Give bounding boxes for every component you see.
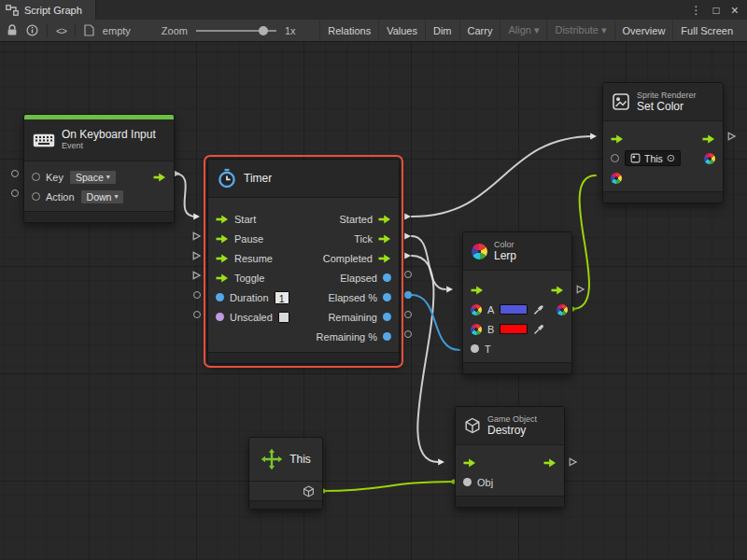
- values-button[interactable]: Values: [378, 20, 425, 41]
- obj-input-port[interactable]: [463, 478, 472, 486]
- lerp-flow-in-marker[interactable]: [445, 285, 454, 294]
- fullscreen-button[interactable]: Full Screen: [672, 20, 740, 41]
- target-input-port[interactable]: [611, 154, 619, 162]
- node-timer[interactable]: Timer Start Started Pause Tick Resume Co…: [207, 159, 400, 364]
- wire-this-to-destroy-obj[interactable]: [323, 482, 454, 491]
- timer-remaining-marker[interactable]: [404, 311, 412, 318]
- setcolor-flow-in-marker[interactable]: [589, 132, 598, 141]
- move-icon: [261, 448, 283, 470]
- timer-start-marker[interactable]: [192, 212, 201, 221]
- wire-completed-to-destroy[interactable]: [412, 256, 438, 462]
- timer-started-marker[interactable]: [403, 212, 412, 221]
- timer-elapsedpct-marker[interactable]: [404, 291, 412, 299]
- flow-in-port[interactable]: [471, 286, 484, 295]
- timer-tick-marker[interactable]: [403, 231, 412, 241]
- action-port-marker[interactable]: [11, 189, 19, 197]
- toolbar-buttons: Relations Values Dim Carry Align ▾ Distr…: [319, 20, 740, 41]
- timer-pause-marker[interactable]: [192, 231, 201, 241]
- align-button[interactable]: Align ▾: [500, 20, 546, 41]
- tab-script-graph[interactable]: Script Graph: [0, 0, 96, 20]
- started-flow-port[interactable]: [378, 215, 391, 224]
- zoom-slider-handle[interactable]: [259, 26, 268, 35]
- wire-keyboard-to-timer-start[interactable]: [175, 174, 196, 217]
- duration-field[interactable]: 1: [275, 291, 289, 304]
- timer-toggle-marker[interactable]: [192, 271, 201, 280]
- pause-flow-port[interactable]: [216, 234, 229, 244]
- wire-tick-to-lerp[interactable]: [412, 236, 445, 289]
- key-dropdown[interactable]: Space ▾: [69, 170, 117, 185]
- remaining-value-port[interactable]: [383, 313, 391, 321]
- info-icon[interactable]: [26, 24, 38, 36]
- lock-icon[interactable]: [7, 24, 18, 36]
- color-input-port[interactable]: [611, 173, 622, 184]
- color-output-port[interactable]: [704, 153, 715, 164]
- carry-button[interactable]: Carry: [459, 20, 500, 41]
- gameobject-output-port[interactable]: [303, 485, 315, 497]
- target-value: This: [644, 153, 663, 164]
- node-set-color[interactable]: Sprite Renderer Set Color: [602, 82, 724, 203]
- key-port-marker[interactable]: [11, 170, 19, 177]
- eyedropper-icon[interactable]: [533, 303, 545, 315]
- wire-elapsedpct-to-lerp-t[interactable]: [412, 295, 459, 350]
- key-input-port[interactable]: [32, 173, 40, 181]
- result-color-port[interactable]: [557, 304, 568, 315]
- timer-remainingpct-marker[interactable]: [404, 330, 412, 338]
- node-this[interactable]: This: [248, 437, 323, 510]
- code-icon[interactable]: <>: [56, 25, 66, 36]
- destroy-flow-out-marker[interactable]: [569, 457, 577, 467]
- maximize-icon[interactable]: □: [713, 5, 720, 16]
- self-output-row: [249, 481, 322, 500]
- timer-completed-marker[interactable]: [403, 251, 412, 260]
- node-color-lerp[interactable]: Color Lerp A: [462, 231, 572, 374]
- node-destroy[interactable]: Game Object Destroy Obj: [455, 406, 565, 508]
- window-controls: ⋮ □ ×: [683, 0, 747, 20]
- close-icon[interactable]: ×: [731, 5, 739, 16]
- remaining-pct-value-port[interactable]: [383, 332, 391, 341]
- graph-asset-label: empty: [103, 25, 131, 36]
- dim-button[interactable]: Dim: [425, 20, 459, 41]
- tick-flow-port[interactable]: [378, 234, 391, 244]
- elapsed-pct-value-port[interactable]: [383, 293, 391, 301]
- distribute-button[interactable]: Distribute ▾: [546, 20, 613, 41]
- timer-resume-marker[interactable]: [192, 251, 201, 260]
- a-color-swatch[interactable]: [500, 304, 528, 315]
- b-color-swatch[interactable]: [500, 324, 528, 334]
- action-input-port[interactable]: [32, 192, 40, 201]
- trigger-flow-port[interactable]: [153, 173, 166, 182]
- node-on-keyboard-input[interactable]: On Keyboard Input Event Key Space ▾: [23, 114, 175, 223]
- flow-out-port[interactable]: [543, 458, 557, 468]
- start-flow-port[interactable]: [216, 215, 229, 224]
- object-picker-icon[interactable]: ⊙: [667, 152, 675, 164]
- flow-in-port[interactable]: [463, 458, 476, 468]
- port-label: Start: [234, 214, 256, 225]
- overview-button[interactable]: Overview: [614, 20, 673, 41]
- elapsed-value-port[interactable]: [383, 273, 391, 282]
- graph-canvas[interactable]: On Keyboard Input Event Key Space ▾: [0, 42, 747, 560]
- timer-unscaled-marker[interactable]: [193, 311, 201, 318]
- resume-flow-port[interactable]: [216, 254, 229, 263]
- b-color-port[interactable]: [471, 324, 482, 335]
- destroy-flow-in-marker[interactable]: [437, 457, 445, 467]
- completed-flow-port[interactable]: [378, 254, 391, 263]
- zoom-slider[interactable]: [196, 24, 276, 37]
- flow-out-port[interactable]: [702, 134, 715, 144]
- timer-elapsed-marker[interactable]: [404, 271, 412, 278]
- wire-started-to-setcolor[interactable]: [412, 136, 594, 217]
- target-field[interactable]: This ⊙: [625, 150, 681, 166]
- flow-out-port[interactable]: [551, 286, 564, 295]
- lerp-flow-out-marker[interactable]: [576, 285, 585, 294]
- relations-button[interactable]: Relations: [319, 20, 378, 41]
- eyedropper-icon[interactable]: [533, 323, 545, 335]
- setcolor-flow-out-marker[interactable]: [727, 132, 736, 141]
- toggle-flow-port[interactable]: [216, 273, 229, 283]
- node-header: On Keyboard Input Event: [24, 119, 174, 161]
- unscaled-value-port[interactable]: [216, 313, 224, 321]
- action-dropdown[interactable]: Down ▾: [80, 189, 125, 204]
- flow-in-port[interactable]: [611, 134, 624, 144]
- a-color-port[interactable]: [471, 304, 482, 315]
- t-value-port[interactable]: [471, 344, 479, 353]
- unscaled-checkbox[interactable]: [278, 312, 289, 323]
- kebab-menu-icon[interactable]: ⋮: [691, 5, 702, 16]
- duration-value-port[interactable]: [216, 293, 224, 301]
- timer-duration-marker[interactable]: [193, 291, 201, 299]
